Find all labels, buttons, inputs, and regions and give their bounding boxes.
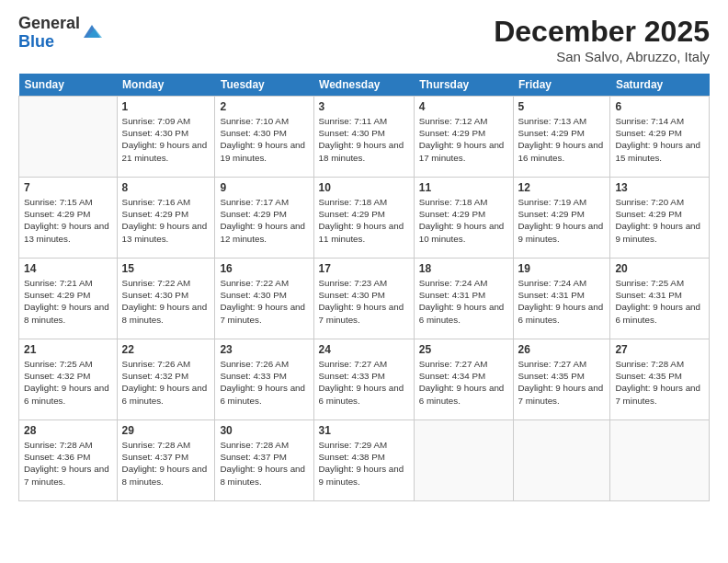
day-number: 17 — [319, 262, 409, 275]
header: General Blue December 2025 San Salvo, Ab… — [18, 15, 710, 64]
day-info: Sunrise: 7:18 AMSunset: 4:29 PMDaylight:… — [319, 196, 409, 245]
day-number: 2 — [220, 100, 308, 113]
location-subtitle: San Salvo, Abruzzo, Italy — [494, 49, 710, 64]
day-number: 11 — [419, 181, 508, 194]
day-number: 10 — [319, 181, 409, 194]
day-info: Sunrise: 7:25 AMSunset: 4:32 PMDaylight:… — [24, 358, 112, 407]
logo-blue: Blue — [18, 32, 54, 51]
day-info: Sunrise: 7:29 AMSunset: 4:38 PMDaylight:… — [319, 439, 409, 488]
calendar-cell: 11Sunrise: 7:18 AMSunset: 4:29 PMDayligh… — [414, 178, 513, 259]
calendar-cell: 9Sunrise: 7:17 AMSunset: 4:29 PMDaylight… — [215, 178, 313, 259]
day-info: Sunrise: 7:23 AMSunset: 4:30 PMDaylight:… — [319, 277, 409, 326]
day-info: Sunrise: 7:28 AMSunset: 4:37 PMDaylight:… — [122, 439, 210, 488]
day-info: Sunrise: 7:25 AMSunset: 4:31 PMDaylight:… — [615, 277, 704, 326]
day-info: Sunrise: 7:09 AMSunset: 4:30 PMDaylight:… — [122, 115, 210, 164]
day-number: 9 — [220, 181, 308, 194]
day-number: 12 — [518, 181, 606, 194]
calendar-week-3: 21Sunrise: 7:25 AMSunset: 4:32 PMDayligh… — [19, 339, 710, 420]
calendar-cell: 27Sunrise: 7:28 AMSunset: 4:35 PMDayligh… — [610, 339, 710, 420]
day-info: Sunrise: 7:27 AMSunset: 4:33 PMDaylight:… — [319, 358, 409, 407]
logo-icon — [82, 21, 102, 41]
calendar-cell: 17Sunrise: 7:23 AMSunset: 4:30 PMDayligh… — [313, 259, 414, 339]
day-info: Sunrise: 7:16 AMSunset: 4:29 PMDaylight:… — [122, 196, 210, 245]
weekday-header-friday: Friday — [513, 74, 610, 97]
logo: General Blue — [18, 15, 102, 52]
weekday-header-tuesday: Tuesday — [215, 74, 313, 97]
day-number: 19 — [518, 262, 606, 275]
day-info: Sunrise: 7:27 AMSunset: 4:35 PMDaylight:… — [518, 358, 606, 407]
calendar-cell: 2Sunrise: 7:10 AMSunset: 4:30 PMDaylight… — [215, 97, 313, 178]
day-number: 6 — [615, 100, 704, 113]
calendar-cell: 21Sunrise: 7:25 AMSunset: 4:32 PMDayligh… — [19, 339, 118, 420]
calendar-cell: 28Sunrise: 7:28 AMSunset: 4:36 PMDayligh… — [19, 420, 118, 501]
calendar-cell: 16Sunrise: 7:22 AMSunset: 4:30 PMDayligh… — [215, 259, 313, 339]
day-info: Sunrise: 7:28 AMSunset: 4:37 PMDaylight:… — [220, 439, 308, 488]
calendar-header-row: SundayMondayTuesdayWednesdayThursdayFrid… — [19, 74, 710, 97]
day-number: 30 — [220, 424, 308, 437]
month-year-title: December 2025 — [494, 15, 710, 49]
calendar-cell — [19, 97, 118, 178]
calendar-cell: 13Sunrise: 7:20 AMSunset: 4:29 PMDayligh… — [610, 178, 710, 259]
day-number: 4 — [419, 100, 508, 113]
calendar-week-0: 1Sunrise: 7:09 AMSunset: 4:30 PMDaylight… — [19, 97, 710, 178]
day-info: Sunrise: 7:26 AMSunset: 4:33 PMDaylight:… — [220, 358, 308, 407]
calendar-cell: 12Sunrise: 7:19 AMSunset: 4:29 PMDayligh… — [513, 178, 610, 259]
day-info: Sunrise: 7:24 AMSunset: 4:31 PMDaylight:… — [419, 277, 508, 326]
day-info: Sunrise: 7:26 AMSunset: 4:32 PMDaylight:… — [122, 358, 210, 407]
day-info: Sunrise: 7:18 AMSunset: 4:29 PMDaylight:… — [419, 196, 508, 245]
day-number: 1 — [122, 100, 210, 113]
day-number: 20 — [615, 262, 704, 275]
day-number: 8 — [122, 181, 210, 194]
day-number: 24 — [319, 343, 409, 356]
day-number: 27 — [615, 343, 704, 356]
weekday-header-monday: Monday — [117, 74, 215, 97]
day-number: 23 — [220, 343, 308, 356]
day-number: 18 — [419, 262, 508, 275]
day-number: 31 — [319, 424, 409, 437]
calendar-cell: 5Sunrise: 7:13 AMSunset: 4:29 PMDaylight… — [513, 97, 610, 178]
day-number: 7 — [24, 181, 112, 194]
day-info: Sunrise: 7:15 AMSunset: 4:29 PMDaylight:… — [24, 196, 112, 245]
day-info: Sunrise: 7:13 AMSunset: 4:29 PMDaylight:… — [518, 115, 606, 164]
day-number: 26 — [518, 343, 606, 356]
day-info: Sunrise: 7:10 AMSunset: 4:30 PMDaylight:… — [220, 115, 308, 164]
day-number: 3 — [319, 100, 409, 113]
calendar-cell: 1Sunrise: 7:09 AMSunset: 4:30 PMDaylight… — [117, 97, 215, 178]
weekday-header-wednesday: Wednesday — [313, 74, 414, 97]
day-number: 5 — [518, 100, 606, 113]
day-info: Sunrise: 7:17 AMSunset: 4:29 PMDaylight:… — [220, 196, 308, 245]
day-number: 13 — [615, 181, 704, 194]
calendar-cell — [513, 420, 610, 501]
calendar-cell: 14Sunrise: 7:21 AMSunset: 4:29 PMDayligh… — [19, 259, 118, 339]
day-info: Sunrise: 7:28 AMSunset: 4:35 PMDaylight:… — [615, 358, 704, 407]
day-info: Sunrise: 7:24 AMSunset: 4:31 PMDaylight:… — [518, 277, 606, 326]
calendar-cell — [414, 420, 513, 501]
calendar-week-4: 28Sunrise: 7:28 AMSunset: 4:36 PMDayligh… — [19, 420, 710, 501]
weekday-header-sunday: Sunday — [19, 74, 118, 97]
calendar-cell: 19Sunrise: 7:24 AMSunset: 4:31 PMDayligh… — [513, 259, 610, 339]
calendar-cell: 4Sunrise: 7:12 AMSunset: 4:29 PMDaylight… — [414, 97, 513, 178]
calendar-cell: 15Sunrise: 7:22 AMSunset: 4:30 PMDayligh… — [117, 259, 215, 339]
calendar-cell — [610, 420, 710, 501]
day-info: Sunrise: 7:21 AMSunset: 4:29 PMDaylight:… — [24, 277, 112, 326]
day-info: Sunrise: 7:14 AMSunset: 4:29 PMDaylight:… — [615, 115, 704, 164]
day-number: 22 — [122, 343, 210, 356]
day-info: Sunrise: 7:11 AMSunset: 4:30 PMDaylight:… — [319, 115, 409, 164]
day-number: 14 — [24, 262, 112, 275]
calendar-cell: 20Sunrise: 7:25 AMSunset: 4:31 PMDayligh… — [610, 259, 710, 339]
calendar-cell: 31Sunrise: 7:29 AMSunset: 4:38 PMDayligh… — [313, 420, 414, 501]
title-block: December 2025 San Salvo, Abruzzo, Italy — [494, 15, 710, 64]
day-number: 25 — [419, 343, 508, 356]
calendar-cell: 6Sunrise: 7:14 AMSunset: 4:29 PMDaylight… — [610, 97, 710, 178]
day-number: 29 — [122, 424, 210, 437]
calendar-cell: 7Sunrise: 7:15 AMSunset: 4:29 PMDaylight… — [19, 178, 118, 259]
day-info: Sunrise: 7:28 AMSunset: 4:36 PMDaylight:… — [24, 439, 112, 488]
calendar-cell: 10Sunrise: 7:18 AMSunset: 4:29 PMDayligh… — [313, 178, 414, 259]
day-info: Sunrise: 7:27 AMSunset: 4:34 PMDaylight:… — [419, 358, 508, 407]
day-number: 15 — [122, 262, 210, 275]
day-info: Sunrise: 7:12 AMSunset: 4:29 PMDaylight:… — [419, 115, 508, 164]
calendar-cell: 25Sunrise: 7:27 AMSunset: 4:34 PMDayligh… — [414, 339, 513, 420]
calendar-cell: 26Sunrise: 7:27 AMSunset: 4:35 PMDayligh… — [513, 339, 610, 420]
calendar-table: SundayMondayTuesdayWednesdayThursdayFrid… — [18, 74, 710, 501]
calendar-cell: 8Sunrise: 7:16 AMSunset: 4:29 PMDaylight… — [117, 178, 215, 259]
